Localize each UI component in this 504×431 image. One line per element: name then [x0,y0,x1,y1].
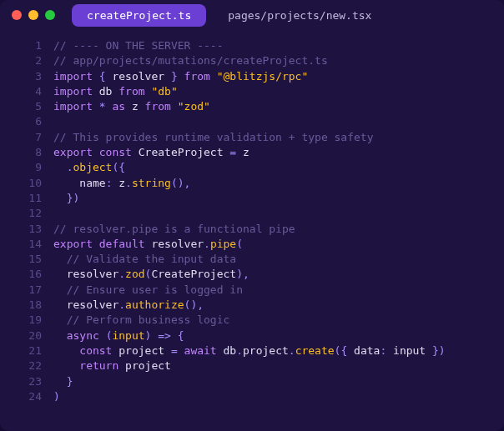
titlebar: createProject.ts pages/projects/new.tsx [0,0,504,30]
punct: }) [426,344,445,357]
ident: db [224,344,237,357]
editor-window: createProject.ts pages/projects/new.tsx … [0,0,504,431]
punct: ) [236,268,243,280]
close-icon[interactable] [12,10,22,20]
line-number: 1 [0,38,42,53]
line-number: 16 [0,267,42,282]
punct: { [178,329,184,342]
kw: export [53,146,93,158]
comment: // app/projects/mutations/createProject.… [53,54,328,67]
ident: z [118,177,125,189]
ident: resolver [67,298,119,311]
func: string [132,177,171,189]
line-gutter: 123456789101112131415161718192021222324 [0,38,53,431]
kw: await [184,344,217,357]
line-number: 17 [0,283,42,298]
param: input [112,329,144,342]
punct: . [125,177,132,189]
line-number: 22 [0,358,42,373]
tab-createproject[interactable]: createProject.ts [72,4,206,27]
tab-bar: createProject.ts pages/projects/new.tsx [72,4,386,27]
line-number: 2 [0,53,42,68]
kw: from [145,100,171,113]
kw: import [53,70,93,83]
string: "zod" [178,100,210,113]
punct: . [204,238,210,250]
ident: name [79,177,105,189]
punct: ({ [112,161,125,173]
punct: , [197,298,204,311]
punct: . [118,268,125,280]
comment: // Validate the input data [67,253,237,265]
ident: resolver [151,238,204,250]
ident: db [99,85,113,98]
kw: default [99,238,145,250]
line-number: 21 [0,343,42,358]
op: => [158,329,171,342]
line-number: 5 [0,99,42,114]
punct: ( [236,238,243,250]
line-number: 13 [0,222,42,237]
ident: data [354,344,380,357]
kw: import [53,100,93,113]
kw: as [112,100,125,113]
func: pipe [210,238,236,250]
punct: ) [145,329,152,342]
tab-newpage[interactable]: pages/projects/new.tsx [213,4,386,27]
op: = [171,344,178,357]
line-number: 19 [0,313,42,328]
string: "db" [151,85,177,98]
kw: from [184,70,210,83]
ident: project [125,359,171,372]
kw: import [53,85,93,98]
punct: }) [67,192,80,204]
line-number: 20 [0,328,42,343]
line-number: 11 [0,191,42,206]
kw: async [67,329,99,342]
comment: // Ensure user is logged in [67,283,243,296]
string: "@blitzjs/rpc" [217,70,309,83]
ident: z [132,100,139,113]
punct: . [236,344,243,357]
punct: ) [53,390,60,403]
kw: const [79,344,112,357]
line-number: 23 [0,374,42,389]
punct: . [289,344,295,357]
punct: * [99,100,106,113]
line-number: 10 [0,176,42,191]
ident: resolver [112,70,164,83]
ident: project [243,344,289,357]
comment: // resolver.pipe is a functional pipe [53,223,295,235]
punct: () [184,298,198,311]
comment: // This provides runtime validation + ty… [53,131,374,143]
line-number: 7 [0,130,42,145]
maximize-icon[interactable] [45,10,55,20]
line-number: 9 [0,160,42,175]
ident: z [243,146,249,158]
comment: // Perform business logic [67,313,230,326]
minimize-icon[interactable] [28,10,38,20]
func: zod [125,268,144,280]
line-number: 15 [0,252,42,267]
ident: project [118,344,164,357]
line-number: 24 [0,389,42,404]
ident: CreateProject [139,146,224,158]
punct: , [243,268,249,280]
punct: , [184,177,191,189]
kw: const [99,146,132,158]
op: = [229,146,236,158]
line-number: 12 [0,206,42,221]
punct: : [106,177,119,189]
code-editor[interactable]: 123456789101112131415161718192021222324 … [0,30,504,431]
code-area[interactable]: // ---- ON THE SERVER ---- // app/projec… [53,38,504,431]
func: object [73,161,112,173]
punct: } [67,375,73,388]
comment: // ---- ON THE SERVER ---- [53,39,224,52]
kw: return [79,359,118,372]
traffic-lights [12,10,55,20]
kw: export [53,238,93,250]
line-number: 4 [0,84,42,99]
punct: . [118,298,125,311]
punct: : [380,344,393,357]
punct: } [164,70,178,83]
